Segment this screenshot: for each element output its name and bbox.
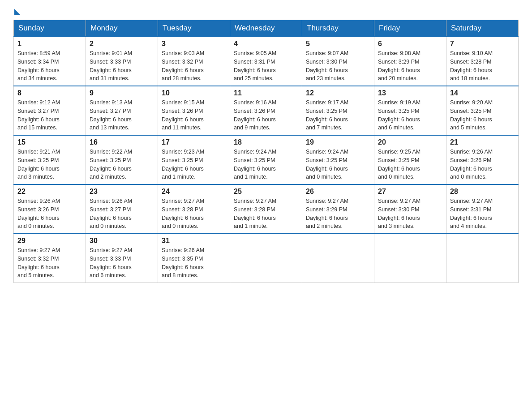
day-number: 13 xyxy=(378,89,442,97)
table-row: 5 Sunrise: 9:07 AMSunset: 3:30 PMDayligh… xyxy=(302,37,374,86)
table-row: 28 Sunrise: 9:27 AMSunset: 3:31 PMDaylig… xyxy=(446,184,519,234)
calendar-week-row: 22 Sunrise: 9:26 AMSunset: 3:26 PMDaylig… xyxy=(14,184,519,234)
day-number: 4 xyxy=(234,40,298,48)
day-info: Sunrise: 9:10 AMSunset: 3:28 PMDaylight:… xyxy=(450,49,515,83)
day-number: 9 xyxy=(90,89,154,97)
day-info: Sunrise: 9:13 AMSunset: 3:27 PMDaylight:… xyxy=(90,98,154,132)
day-info: Sunrise: 9:27 AMSunset: 3:28 PMDaylight:… xyxy=(162,197,226,231)
day-info: Sunrise: 9:27 AMSunset: 3:29 PMDaylight:… xyxy=(306,197,370,231)
day-number: 5 xyxy=(306,40,370,48)
day-info: Sunrise: 9:26 AMSunset: 3:26 PMDaylight:… xyxy=(450,148,515,181)
day-info: Sunrise: 9:15 AMSunset: 3:26 PMDaylight:… xyxy=(162,98,226,132)
calendar-header-row: Sunday Monday Tuesday Wednesday Thursday… xyxy=(14,20,519,37)
day-number: 31 xyxy=(162,237,226,245)
day-number: 24 xyxy=(162,188,226,196)
logo xyxy=(13,9,21,15)
day-number: 1 xyxy=(17,40,82,48)
table-row: 14 Sunrise: 9:20 AMSunset: 3:25 PMDaylig… xyxy=(446,86,519,135)
table-row: 29 Sunrise: 9:27 AMSunset: 3:32 PMDaylig… xyxy=(14,234,86,283)
header-thursday: Thursday xyxy=(302,20,374,37)
day-info: Sunrise: 9:08 AMSunset: 3:29 PMDaylight:… xyxy=(378,49,442,83)
table-row: 25 Sunrise: 9:27 AMSunset: 3:28 PMDaylig… xyxy=(230,184,302,234)
day-number: 29 xyxy=(17,237,82,245)
calendar-week-row: 29 Sunrise: 9:27 AMSunset: 3:32 PMDaylig… xyxy=(14,234,519,283)
day-info: Sunrise: 9:27 AMSunset: 3:30 PMDaylight:… xyxy=(378,197,442,231)
table-row: 21 Sunrise: 9:26 AMSunset: 3:26 PMDaylig… xyxy=(446,135,519,184)
day-number: 2 xyxy=(90,40,154,48)
day-number: 15 xyxy=(17,138,82,146)
table-row: 30 Sunrise: 9:27 AMSunset: 3:33 PMDaylig… xyxy=(86,234,158,283)
table-row: 24 Sunrise: 9:27 AMSunset: 3:28 PMDaylig… xyxy=(158,184,230,234)
day-number: 12 xyxy=(306,89,370,97)
table-row: 4 Sunrise: 9:05 AMSunset: 3:31 PMDayligh… xyxy=(230,37,302,86)
table-row xyxy=(230,234,302,283)
header-saturday: Saturday xyxy=(446,20,519,37)
table-row: 9 Sunrise: 9:13 AMSunset: 3:27 PMDayligh… xyxy=(86,86,158,135)
day-info: Sunrise: 9:24 AMSunset: 3:25 PMDaylight:… xyxy=(306,148,370,181)
day-number: 30 xyxy=(90,237,154,245)
day-info: Sunrise: 9:27 AMSunset: 3:32 PMDaylight:… xyxy=(17,246,82,280)
day-number: 16 xyxy=(90,138,154,146)
day-info: Sunrise: 9:17 AMSunset: 3:25 PMDaylight:… xyxy=(306,98,370,132)
day-info: Sunrise: 9:16 AMSunset: 3:26 PMDaylight:… xyxy=(234,98,298,132)
day-info: Sunrise: 9:26 AMSunset: 3:27 PMDaylight:… xyxy=(90,197,154,231)
table-row: 16 Sunrise: 9:22 AMSunset: 3:25 PMDaylig… xyxy=(86,135,158,184)
table-row: 1 Sunrise: 8:59 AMSunset: 3:34 PMDayligh… xyxy=(14,37,86,86)
header-sunday: Sunday xyxy=(14,20,86,37)
table-row: 11 Sunrise: 9:16 AMSunset: 3:26 PMDaylig… xyxy=(230,86,302,135)
day-number: 7 xyxy=(450,40,515,48)
table-row: 19 Sunrise: 9:24 AMSunset: 3:25 PMDaylig… xyxy=(302,135,374,184)
day-number: 10 xyxy=(162,89,226,97)
day-number: 25 xyxy=(234,188,298,196)
table-row xyxy=(446,234,519,283)
header-monday: Monday xyxy=(86,20,158,37)
day-info: Sunrise: 9:20 AMSunset: 3:25 PMDaylight:… xyxy=(450,98,515,132)
day-info: Sunrise: 9:27 AMSunset: 3:31 PMDaylight:… xyxy=(450,197,515,231)
day-info: Sunrise: 9:26 AMSunset: 3:26 PMDaylight:… xyxy=(17,197,82,231)
table-row xyxy=(374,234,446,283)
day-number: 26 xyxy=(306,188,370,196)
table-row: 20 Sunrise: 9:25 AMSunset: 3:25 PMDaylig… xyxy=(374,135,446,184)
day-number: 17 xyxy=(162,138,226,146)
table-row: 26 Sunrise: 9:27 AMSunset: 3:29 PMDaylig… xyxy=(302,184,374,234)
day-number: 23 xyxy=(90,188,154,196)
calendar-table: Sunday Monday Tuesday Wednesday Thursday… xyxy=(13,20,519,283)
table-row: 18 Sunrise: 9:24 AMSunset: 3:25 PMDaylig… xyxy=(230,135,302,184)
table-row: 12 Sunrise: 9:17 AMSunset: 3:25 PMDaylig… xyxy=(302,86,374,135)
day-info: Sunrise: 9:19 AMSunset: 3:25 PMDaylight:… xyxy=(378,98,442,132)
day-info: Sunrise: 9:26 AMSunset: 3:35 PMDaylight:… xyxy=(162,246,226,280)
table-row: 6 Sunrise: 9:08 AMSunset: 3:29 PMDayligh… xyxy=(374,37,446,86)
day-info: Sunrise: 9:01 AMSunset: 3:33 PMDaylight:… xyxy=(90,49,154,83)
day-number: 11 xyxy=(234,89,298,97)
header-tuesday: Tuesday xyxy=(158,20,230,37)
day-number: 14 xyxy=(450,89,515,97)
day-info: Sunrise: 9:05 AMSunset: 3:31 PMDaylight:… xyxy=(234,49,298,83)
table-row: 3 Sunrise: 9:03 AMSunset: 3:32 PMDayligh… xyxy=(158,37,230,86)
day-info: Sunrise: 9:25 AMSunset: 3:25 PMDaylight:… xyxy=(378,148,442,181)
day-number: 6 xyxy=(378,40,442,48)
day-info: Sunrise: 9:24 AMSunset: 3:25 PMDaylight:… xyxy=(234,148,298,181)
day-number: 27 xyxy=(378,188,442,196)
table-row: 2 Sunrise: 9:01 AMSunset: 3:33 PMDayligh… xyxy=(86,37,158,86)
day-number: 3 xyxy=(162,40,226,48)
calendar-week-row: 1 Sunrise: 8:59 AMSunset: 3:34 PMDayligh… xyxy=(14,37,519,86)
day-number: 8 xyxy=(17,89,82,97)
table-row: 8 Sunrise: 9:12 AMSunset: 3:27 PMDayligh… xyxy=(14,86,86,135)
day-number: 21 xyxy=(450,138,515,146)
table-row: 31 Sunrise: 9:26 AMSunset: 3:35 PMDaylig… xyxy=(158,234,230,283)
day-info: Sunrise: 9:27 AMSunset: 3:28 PMDaylight:… xyxy=(234,197,298,231)
calendar-week-row: 8 Sunrise: 9:12 AMSunset: 3:27 PMDayligh… xyxy=(14,86,519,135)
page-header xyxy=(13,9,519,15)
table-row: 23 Sunrise: 9:26 AMSunset: 3:27 PMDaylig… xyxy=(86,184,158,234)
table-row: 10 Sunrise: 9:15 AMSunset: 3:26 PMDaylig… xyxy=(158,86,230,135)
day-info: Sunrise: 9:22 AMSunset: 3:25 PMDaylight:… xyxy=(90,148,154,181)
day-info: Sunrise: 9:12 AMSunset: 3:27 PMDaylight:… xyxy=(17,98,82,132)
day-number: 28 xyxy=(450,188,515,196)
table-row: 15 Sunrise: 9:21 AMSunset: 3:25 PMDaylig… xyxy=(14,135,86,184)
table-row: 27 Sunrise: 9:27 AMSunset: 3:30 PMDaylig… xyxy=(374,184,446,234)
header-friday: Friday xyxy=(374,20,446,37)
day-info: Sunrise: 9:07 AMSunset: 3:30 PMDaylight:… xyxy=(306,49,370,83)
day-info: Sunrise: 9:03 AMSunset: 3:32 PMDaylight:… xyxy=(162,49,226,83)
day-info: Sunrise: 9:27 AMSunset: 3:33 PMDaylight:… xyxy=(90,246,154,280)
day-info: Sunrise: 9:21 AMSunset: 3:25 PMDaylight:… xyxy=(17,148,82,181)
